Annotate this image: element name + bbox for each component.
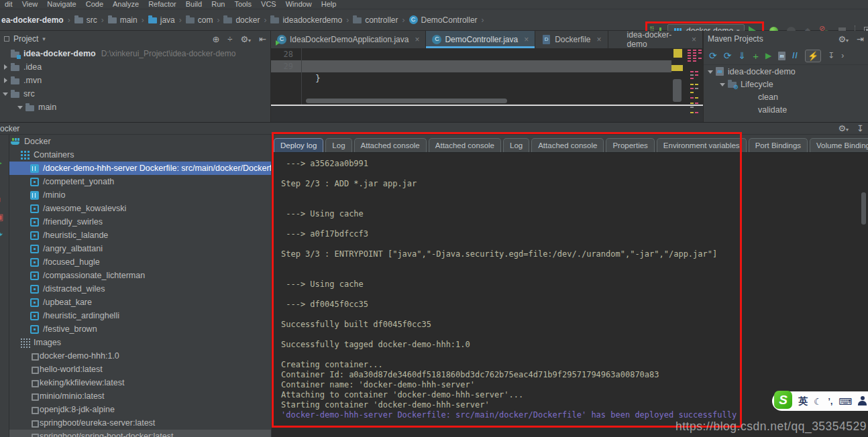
show-dependencies-icon[interactable]: ↧	[828, 51, 834, 60]
docker-tree-row[interactable]: /distracted_wiles	[9, 282, 271, 296]
docker-tree-row[interactable]: springboot/spring-boot-docker:latest	[9, 430, 271, 437]
gear-icon[interactable]: ⚙▾	[240, 34, 251, 44]
menu-item[interactable]: Refactor	[144, 0, 181, 9]
maven-panel-title[interactable]: Maven Projects	[708, 34, 763, 44]
docker-tree-row[interactable]: /competent_yonath	[9, 175, 271, 188]
docker-tree-row[interactable]: /awesome_kowalevski	[9, 202, 271, 215]
console-tab[interactable]: Volume Bindings	[810, 138, 868, 152]
editor-horizontal-scrollbar[interactable]	[306, 99, 507, 103]
hide-window-button[interactable]: ↧	[857, 123, 864, 133]
console-tab[interactable]: Attached console	[429, 138, 501, 152]
chevron-down-icon[interactable]: ▾	[42, 36, 46, 42]
docker-tree-row[interactable]: hello-world:latest	[9, 363, 271, 376]
menu-item[interactable]: dit	[0, 0, 17, 9]
docker-tree-row[interactable]: Containers	[9, 148, 271, 162]
close-icon[interactable]: ×	[692, 35, 696, 44]
user-icon[interactable]	[858, 396, 867, 406]
docker-tree-row[interactable]: /angry_albattani	[9, 242, 271, 255]
editor-tab[interactable]: IdeaDockerDemoApplication.java ×	[271, 31, 426, 48]
collapse-all-button[interactable]: ÷	[227, 34, 232, 44]
deploy-log[interactable]: ---> a3562aa0b991 Step 2/3 : ADD *.jar a…	[272, 153, 868, 420]
project-panel-title[interactable]: Project	[13, 34, 38, 44]
menu-item[interactable]: VCS	[256, 0, 281, 9]
menu-item[interactable]: Analyze	[108, 0, 144, 9]
menu-item[interactable]: Navigate	[42, 0, 80, 9]
tree-toggle-icon[interactable]	[3, 50, 9, 57]
close-icon[interactable]: ×	[415, 35, 419, 44]
console-scrollbar[interactable]	[861, 192, 866, 225]
docker-window-title[interactable]: ocker	[0, 124, 19, 133]
console-tab[interactable]: Properties	[606, 138, 654, 152]
docker-tree-row[interactable]: /compassionate_lichterman	[9, 269, 271, 282]
skip-tests-icon[interactable]: //	[792, 51, 798, 60]
reimport-maven-icon[interactable]: ⟳	[709, 50, 717, 61]
tree-toggle-icon[interactable]	[3, 77, 9, 84]
breadcrumb-item[interactable]: main ›	[108, 15, 148, 25]
menu-item[interactable]: Help	[317, 0, 341, 9]
add-maven-project-icon[interactable]: +	[753, 50, 759, 62]
breadcrumb-item[interactable]: src ›	[74, 15, 108, 25]
project-tree-row[interactable]: .mvn	[0, 74, 270, 87]
menu-item[interactable]: Code	[81, 0, 108, 9]
moon-icon[interactable]: ☾	[814, 396, 822, 407]
tree-toggle-icon[interactable]	[17, 104, 23, 111]
docker-tree-row[interactable]: /minio	[9, 188, 271, 202]
tree-toggle-icon[interactable]	[3, 90, 9, 97]
console-tab[interactable]: Environment variables	[657, 138, 747, 152]
breadcrumb-item[interactable]: DemoController ›	[409, 15, 488, 25]
docker-tree-row[interactable]: keking/kkfileview:latest	[9, 376, 271, 389]
project-tree-row[interactable]: main	[0, 101, 270, 114]
tree-toggle-icon[interactable]	[737, 107, 743, 113]
docker-tree-row[interactable]: /heuristic_ardinghelli	[9, 309, 271, 322]
docker-tree-row[interactable]: /docker-demo-hhh-server Dockerfile: src/…	[9, 162, 271, 175]
more-icon[interactable]: ›	[841, 51, 844, 60]
generate-sources-icon[interactable]: ⟳	[724, 50, 732, 61]
breadcrumb-item[interactable]: controller ›	[353, 15, 409, 25]
editor-vertical-scrollbar[interactable]	[673, 79, 682, 102]
breadcrumb-item[interactable]: com ›	[186, 15, 224, 25]
editor-tab[interactable]: idea-docker-demo ×	[608, 31, 703, 48]
delete-icon[interactable]: ▣	[0, 212, 3, 221]
hide-panel-button[interactable]: ⇤	[259, 34, 266, 44]
ime-language-mode[interactable]: 英	[798, 395, 808, 408]
tree-toggle-icon[interactable]	[3, 64, 9, 70]
breadcrumb-item[interactable]: java ›	[148, 15, 186, 25]
execute-maven-goal-icon[interactable]	[778, 52, 785, 60]
run-maven-build-icon[interactable]: ▶	[765, 51, 771, 60]
menu-item[interactable]: Build	[181, 0, 207, 9]
editor-code[interactable]: }	[302, 48, 671, 133]
console-tab[interactable]: Deploy log	[274, 138, 323, 152]
editor-tab[interactable]: Dockerfile ×	[535, 31, 608, 48]
stop-icon[interactable]: ■	[0, 195, 1, 204]
sogou-logo-icon[interactable]: S	[774, 391, 792, 409]
maven-tree-row[interactable]: validate	[704, 103, 868, 116]
locate-file-button[interactable]: ⊕	[212, 34, 219, 44]
console-tab[interactable]: Log	[503, 138, 529, 152]
keyboard-icon[interactable]: ⌨	[838, 396, 852, 407]
tree-toggle-icon[interactable]	[737, 94, 743, 101]
breadcrumb-item[interactable]: ideadockerdemo ›	[270, 15, 353, 25]
editor-tab[interactable]: DemoController.java ×	[426, 31, 535, 48]
project-tree-row[interactable]: idea-docker-demo D:\xinkerui_Project\ide…	[0, 47, 270, 60]
menu-item[interactable]: Window	[281, 0, 317, 9]
docker-tree-row[interactable]: Images	[9, 336, 271, 349]
docker-tree-row[interactable]: /festive_brown	[9, 322, 271, 336]
maven-tree-row[interactable]: clean	[704, 90, 868, 103]
docker-tree-row[interactable]: minio/minio:latest	[9, 389, 271, 403]
gear-icon[interactable]: ⚙▾	[838, 34, 849, 44]
offline-mode-icon[interactable]: ⚡	[805, 50, 821, 62]
menu-item[interactable]: Run	[207, 0, 229, 9]
project-tree-row[interactable]: .idea	[0, 60, 270, 74]
docker-tree-row[interactable]: /focused_hugle	[9, 255, 271, 269]
code-editor[interactable]: 28 29 }	[271, 48, 703, 105]
docker-tree-row[interactable]: /heuristic_lalande	[9, 229, 271, 242]
docker-tree-row[interactable]: docker-demo-hhh:1.0	[9, 349, 271, 363]
tree-toggle-icon[interactable]	[720, 81, 726, 88]
hide-panel-button[interactable]: ⇥	[857, 34, 864, 44]
menu-item[interactable]: Tools	[229, 0, 256, 9]
punctuation-mode[interactable]: ’,	[828, 397, 833, 406]
breadcrumb-item[interactable]: docker ›	[223, 15, 270, 25]
project-tree-row[interactable]: src	[0, 87, 270, 101]
console-tab[interactable]: Port Bindings	[749, 138, 808, 152]
console-tab[interactable]: Attached console	[531, 138, 604, 152]
